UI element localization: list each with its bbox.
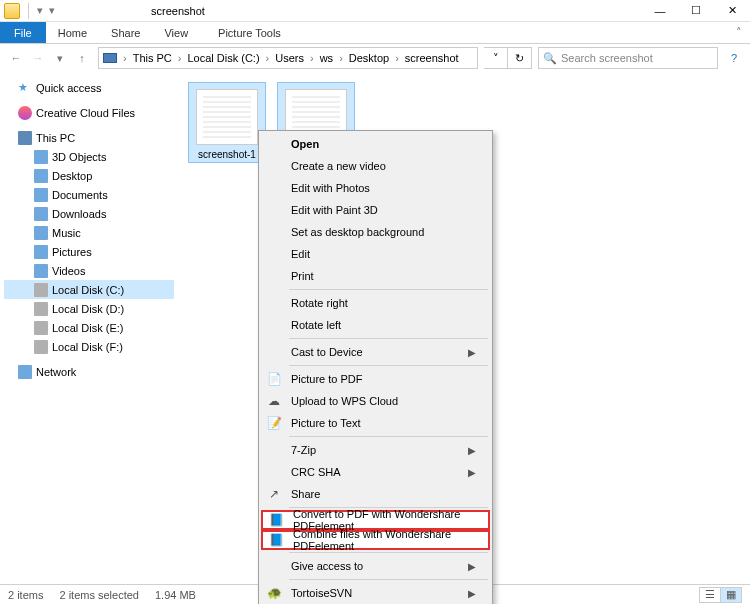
recent-locations-button[interactable]: ▾ [50,48,70,68]
sidebar-item-desktop[interactable]: Desktop [4,166,174,185]
ctx-rotate-right[interactable]: Rotate right [261,292,490,314]
folder-icon [34,169,48,183]
ctx-combine-pdf-wondershare[interactable]: 📘Combine files with Wondershare PDFeleme… [261,530,490,550]
breadcrumb[interactable]: Users [271,52,308,64]
ctx-open[interactable]: Open [261,133,490,155]
sidebar-item-network[interactable]: Network [4,362,174,381]
ctx-rotate-left[interactable]: Rotate left [261,314,490,336]
sidebar-item-quickaccess[interactable]: Quick access [4,78,174,97]
ctx-crc-sha[interactable]: CRC SHA▶ [261,461,490,483]
view-details-button[interactable]: ☰ [699,587,721,603]
chevron-right-icon: ▶ [468,347,476,358]
chevron-right-icon[interactable]: › [308,52,316,64]
status-size: 1.94 MB [155,589,196,601]
breadcrumb[interactable]: This PC [129,52,176,64]
sidebar-item-music[interactable]: Music [4,223,174,242]
ctx-label: Edit [291,248,310,260]
view-icons-button[interactable]: ▦ [720,587,742,603]
image-thumbnail [196,89,258,145]
sidebar-item-label: Documents [52,189,108,201]
chevron-right-icon: ▶ [468,561,476,572]
network-icon [18,365,32,379]
sidebar-item-label: This PC [36,132,75,144]
ctx-7zip[interactable]: 7-Zip▶ [261,439,490,461]
ctx-set-background[interactable]: Set as desktop background [261,221,490,243]
drive-icon [34,321,48,335]
ctx-upload-wps[interactable]: ☁Upload to WPS Cloud [261,390,490,412]
back-button[interactable]: ← [6,48,26,68]
sidebar-item-label: Local Disk (C:) [52,284,124,296]
file-label: screenshot-1 [189,147,265,162]
minimize-button[interactable]: — [642,0,678,22]
sidebar-item-videos[interactable]: Videos [4,261,174,280]
breadcrumb[interactable]: Local Disk (C:) [183,52,263,64]
sidebar-item-label: 3D Objects [52,151,106,163]
sidebar-item-documents[interactable]: Documents [4,185,174,204]
status-item-count: 2 items [8,589,43,601]
help-button[interactable]: ? [724,48,744,68]
ribbon-tabs: File Home Share View Picture Tools ˄ [0,22,750,44]
ctx-picture-to-text[interactable]: 📝Picture to Text [261,412,490,434]
address-bar[interactable]: › This PC › Local Disk (C:) › Users › ws… [98,47,478,69]
up-button[interactable]: ↑ [72,48,92,68]
ctx-create-video[interactable]: Create a new video [261,155,490,177]
folder-icon [34,264,48,278]
drive-icon [34,283,48,297]
ctx-convert-pdf-wondershare[interactable]: 📘Convert to PDF with Wondershare PDFelem… [261,510,490,530]
ctx-label: Picture to Text [291,417,361,429]
ctx-edit-paint3d[interactable]: Edit with Paint 3D [261,199,490,221]
ctx-print[interactable]: Print [261,265,490,287]
ctx-share[interactable]: ↗Share [261,483,490,505]
address-dropdown-button[interactable]: ˅ [484,47,508,69]
sidebar-item-downloads[interactable]: Downloads [4,204,174,223]
chevron-right-icon[interactable]: › [264,52,272,64]
sidebar-item-local-c[interactable]: Local Disk (C:) [4,280,174,299]
navigation-pane: Quick access Creative Cloud Files This P… [0,72,178,584]
qat-overflow-icon[interactable]: ▾ [47,4,57,17]
ctx-label: Edit with Paint 3D [291,204,378,216]
quick-access-toolbar: ▾ ▾ [0,3,61,19]
tab-file[interactable]: File [0,22,46,43]
chevron-right-icon[interactable]: › [393,52,401,64]
qat-dropdown-icon[interactable]: ▾ [33,4,47,17]
sidebar-item-local-f[interactable]: Local Disk (F:) [4,337,174,356]
tab-picture-tools[interactable]: Picture Tools [206,22,293,43]
breadcrumb[interactable]: screenshot [401,52,463,64]
sidebar-item-local-e[interactable]: Local Disk (E:) [4,318,174,337]
cloud-icon: ☁ [265,394,283,408]
chevron-right-icon[interactable]: › [176,52,184,64]
search-icon: 🔍 [543,52,557,65]
ctx-label: Share [291,488,320,500]
ribbon-collapse-icon[interactable]: ˄ [728,22,750,43]
ctx-give-access[interactable]: Give access to▶ [261,555,490,577]
file-item[interactable]: screenshot-1 [188,82,266,163]
tab-share[interactable]: Share [99,22,152,43]
sidebar-item-thispc[interactable]: This PC [4,128,174,147]
sidebar-item-pictures[interactable]: Pictures [4,242,174,261]
breadcrumb[interactable]: Desktop [345,52,393,64]
ctx-edit-photos[interactable]: Edit with Photos [261,177,490,199]
sidebar-item-3dobjects[interactable]: 3D Objects [4,147,174,166]
forward-button[interactable]: → [28,48,48,68]
sidebar-item-label: Local Disk (D:) [52,303,124,315]
ctx-edit[interactable]: Edit [261,243,490,265]
ctx-label: Rotate left [291,319,341,331]
close-button[interactable]: ✕ [714,0,750,22]
ctx-picture-to-pdf[interactable]: 📄Picture to PDF [261,368,490,390]
tab-view[interactable]: View [152,22,200,43]
sidebar-item-local-d[interactable]: Local Disk (D:) [4,299,174,318]
sidebar-item-creativecloud[interactable]: Creative Cloud Files [4,103,174,122]
tab-home[interactable]: Home [46,22,99,43]
chevron-right-icon[interactable]: › [121,52,129,64]
maximize-button[interactable]: ☐ [678,0,714,22]
chevron-right-icon: ▶ [468,588,476,599]
ctx-cast[interactable]: Cast to Device▶ [261,341,490,363]
search-input[interactable]: 🔍 Search screenshot [538,47,718,69]
chevron-right-icon[interactable]: › [337,52,345,64]
ctx-label: Create a new video [291,160,386,172]
breadcrumb[interactable]: ws [316,52,337,64]
ctx-tortoisesvn[interactable]: 🐢TortoiseSVN▶ [261,582,490,604]
separator [28,3,29,19]
refresh-button[interactable]: ↻ [508,47,532,69]
chevron-right-icon: ▶ [468,445,476,456]
